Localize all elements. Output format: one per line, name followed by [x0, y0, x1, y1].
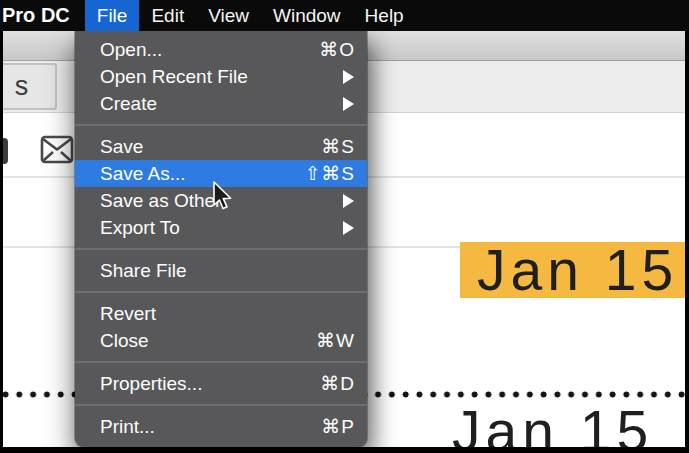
- menu-item-label: Open...: [100, 39, 319, 61]
- menu-item-close[interactable]: Close⌘W: [75, 327, 367, 354]
- submenu-arrow-icon: [343, 194, 354, 208]
- menu-item-share-file[interactable]: Share File: [75, 257, 367, 284]
- menu-item-label: Save As...: [100, 163, 304, 185]
- menu-item-shortcut: ⇧⌘S: [304, 162, 355, 185]
- menu-item-label: Export To: [100, 217, 343, 239]
- menu-item-label: Revert: [100, 303, 355, 325]
- menubar: Pro DC FileEditViewWindowHelp: [0, 0, 689, 31]
- menu-item-shortcut: ⌘W: [316, 329, 355, 352]
- screen-edge-left: [0, 31, 3, 453]
- menu-item-create[interactable]: Create: [75, 90, 367, 117]
- menu-separator: [75, 404, 367, 406]
- menu-item-open[interactable]: Open...⌘O: [75, 36, 367, 63]
- date-highlight: Jan 15: [460, 242, 689, 298]
- menu-item-shortcut: ⌘O: [319, 38, 355, 61]
- menu-separator: [75, 248, 367, 250]
- menu-item-label: Print...: [100, 416, 321, 438]
- menu-item-label: Create: [100, 93, 343, 115]
- app-name: Pro DC: [0, 0, 70, 31]
- menubar-item-view[interactable]: View: [196, 0, 261, 31]
- menu-item-label: Properties...: [100, 373, 320, 395]
- submenu-arrow-icon: [343, 221, 354, 235]
- menu-item-save[interactable]: Save⌘S: [75, 133, 367, 160]
- mouse-cursor: [212, 181, 234, 215]
- menu-item-export-to[interactable]: Export To: [75, 214, 367, 241]
- envelope-icon[interactable]: [40, 132, 74, 166]
- tools-tab-label: s: [15, 71, 29, 102]
- menu-item-shortcut: ⌘P: [321, 415, 355, 438]
- menu-item-label: Close: [100, 330, 316, 352]
- highlighted-date-text: Jan 15: [460, 242, 689, 298]
- menu-item-print[interactable]: Print...⌘P: [75, 413, 367, 440]
- menu-item-properties[interactable]: Properties...⌘D: [75, 370, 367, 397]
- menu-separator: [75, 291, 367, 293]
- menu-item-shortcut: ⌘S: [321, 135, 355, 158]
- menubar-item-file[interactable]: File: [85, 0, 140, 31]
- menu-separator: [75, 124, 367, 126]
- bottom-date-text: Jan 15: [452, 403, 653, 453]
- menu-item-label: Save: [100, 136, 321, 158]
- submenu-arrow-icon: [343, 70, 354, 84]
- screen-edge-right: [685, 31, 689, 453]
- tools-tab-partial[interactable]: s: [0, 63, 57, 110]
- menubar-item-window[interactable]: Window: [261, 0, 353, 31]
- screen-edge-bottom: [0, 447, 689, 453]
- menu-item-shortcut: ⌘D: [320, 372, 355, 395]
- submenu-arrow-icon: [343, 97, 354, 111]
- menu-item-revert[interactable]: Revert: [75, 300, 367, 327]
- menu-separator: [75, 361, 367, 363]
- menubar-item-help[interactable]: Help: [353, 0, 416, 31]
- menu-item-label: Open Recent File: [100, 66, 343, 88]
- menubar-item-edit[interactable]: Edit: [139, 0, 196, 31]
- menu-item-open-recent-file[interactable]: Open Recent File: [75, 63, 367, 90]
- menu-item-label: Share File: [100, 260, 355, 282]
- file-menu-dropdown: Open...⌘OOpen Recent FileCreateSave⌘SSav…: [75, 31, 367, 447]
